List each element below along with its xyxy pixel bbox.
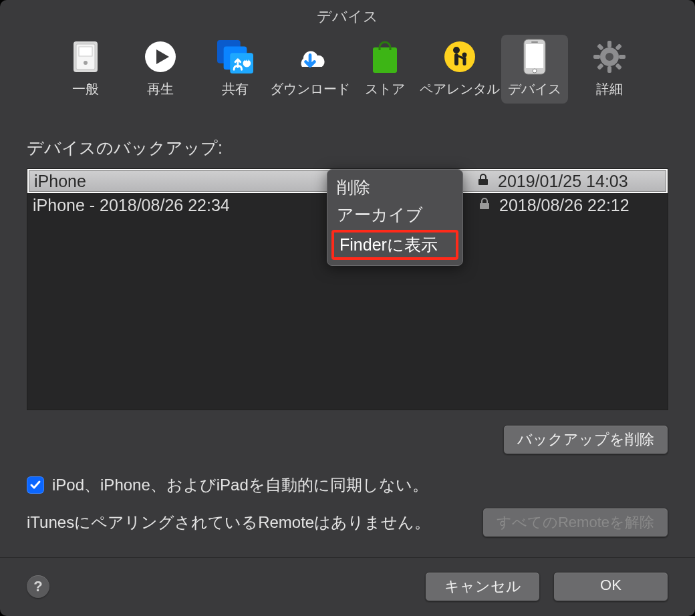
svg-rect-21: [607, 66, 611, 73]
svg-point-28: [605, 53, 613, 61]
help-button[interactable]: ?: [27, 575, 49, 598]
menu-item-show-in-finder[interactable]: Finderに表示: [331, 230, 458, 260]
ok-button[interactable]: OK: [553, 572, 668, 601]
backup-list[interactable]: iPhone 2019/01/25 14:03 iPhone - 2018/08…: [27, 168, 668, 410]
svg-point-13: [462, 53, 467, 57]
toolbar-label: ペアレンタル: [420, 80, 500, 98]
toolbar-label: 共有: [222, 80, 249, 98]
menu-item-delete[interactable]: 削除: [327, 174, 462, 201]
delete-backup-button[interactable]: バックアップを削除: [503, 425, 668, 454]
svg-rect-23: [619, 55, 626, 59]
prevent-auto-sync-label: iPod、iPhone、およびiPadを自動的に同期しない。: [52, 474, 428, 496]
toolbar-item-sharing[interactable]: 共有: [202, 35, 269, 104]
toolbar-item-general[interactable]: 一般: [52, 35, 119, 104]
toolbar-item-store[interactable]: ストア: [352, 35, 418, 104]
svg-rect-9: [373, 47, 397, 73]
toolbar-label: ストア: [365, 80, 405, 98]
svg-rect-18: [531, 41, 538, 43]
svg-rect-20: [607, 41, 611, 47]
remote-status-label: iTunesにペアリングされているRemoteはありません。: [27, 512, 430, 533]
cancel-button[interactable]: キャンセル: [425, 572, 540, 601]
context-menu: 削除 アーカイブ Finderに表示: [327, 169, 463, 266]
menu-item-archive[interactable]: アーカイブ: [327, 201, 462, 228]
svg-rect-26: [597, 63, 604, 70]
preferences-window: デバイス 一般 再生: [0, 0, 695, 616]
preferences-toolbar: 一般 再生 共有: [0, 27, 695, 110]
svg-point-11: [453, 47, 460, 53]
backup-date: 2018/08/26 22:12: [499, 196, 660, 215]
toolbar-item-playback[interactable]: 再生: [127, 35, 194, 104]
toolbar-item-parental[interactable]: ペアレンタル: [426, 35, 493, 104]
svg-rect-24: [597, 43, 604, 51]
backup-section-label: デバイスのバックアップ:: [27, 137, 668, 159]
device-icon: [517, 39, 553, 75]
switch-icon: [67, 39, 104, 75]
toolbar-label: デバイス: [508, 80, 561, 98]
toolbar-item-advanced[interactable]: 詳細: [576, 35, 643, 104]
svg-point-3: [84, 61, 88, 65]
svg-rect-25: [615, 43, 622, 51]
content-area: デバイスのバックアップ: iPhone 2019/01/25 14:03 iPh…: [0, 110, 695, 558]
toolbar-label: 一般: [72, 80, 99, 98]
divider: [0, 557, 695, 558]
svg-rect-2: [79, 47, 92, 56]
remove-all-remotes-button[interactable]: すべてのRemoteを解除: [482, 508, 668, 537]
prevent-auto-sync-checkbox[interactable]: [27, 476, 44, 494]
svg-rect-27: [615, 63, 622, 70]
lock-icon: [476, 198, 493, 213]
footer: ? キャンセル OK: [27, 572, 668, 601]
shopping-bag-icon: [367, 39, 403, 75]
gear-icon: [591, 39, 628, 75]
svg-rect-12: [454, 53, 458, 65]
window-title: デバイス: [0, 0, 695, 27]
cloud-download-icon: [292, 39, 328, 75]
svg-point-17: [533, 69, 537, 73]
lock-icon: [475, 174, 491, 189]
toolbar-label: ダウンロード: [270, 80, 350, 98]
backup-date: 2019/01/25 14:03: [498, 172, 658, 191]
toolbar-item-devices[interactable]: デバイス: [501, 35, 568, 104]
svg-rect-22: [593, 55, 600, 59]
toolbar-label: 再生: [147, 80, 174, 98]
parental-icon: [442, 39, 478, 75]
sharing-icon: [217, 39, 253, 75]
toolbar-item-downloads[interactable]: ダウンロード: [277, 35, 343, 104]
play-icon: [142, 39, 178, 75]
toolbar-label: 詳細: [596, 80, 623, 98]
svg-rect-16: [526, 44, 543, 68]
